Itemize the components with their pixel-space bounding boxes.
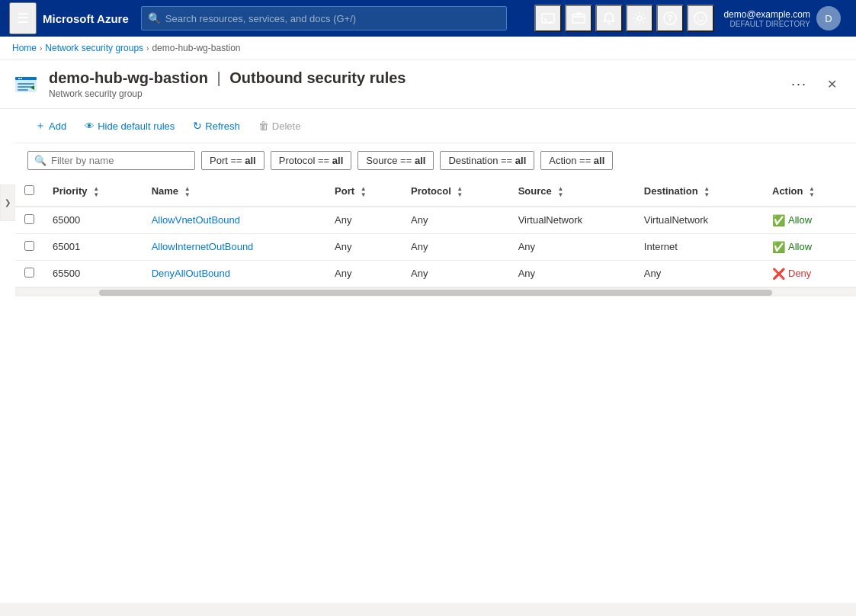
source-sort-icons: ▲▼ — [557, 186, 563, 198]
svg-rect-8 — [18, 83, 34, 85]
destination-cell: VirtualNetwork — [635, 207, 763, 234]
port-column-header[interactable]: Port ▲▼ — [325, 178, 402, 207]
source-cell: Any — [509, 260, 635, 287]
filter-by-name-input[interactable] — [51, 155, 188, 166]
title-separator: | — [216, 69, 220, 86]
user-email: demo@example.com — [723, 9, 810, 20]
row-checkbox[interactable] — [24, 268, 34, 278]
row-checkbox-cell — [15, 207, 43, 234]
table-row[interactable]: 65001 AllowInternetOutBound Any Any Any … — [15, 233, 856, 260]
table-body: 65000 AllowVnetOutBound Any Any VirtualN… — [15, 207, 856, 287]
top-navigation: ☰ Microsoft Azure 🔍 demo@example.com DEF… — [0, 0, 856, 37]
svg-point-12 — [21, 78, 22, 79]
table-row[interactable]: 65000 AllowVnetOutBound Any Any VirtualN… — [15, 207, 856, 234]
delete-button[interactable]: 🗑 Delete — [251, 116, 309, 136]
hide-default-rules-button[interactable]: 👁 Hide default rules — [77, 117, 182, 136]
delete-icon: 🗑 — [258, 120, 269, 132]
action-cell: ❌Deny — [763, 260, 856, 287]
feedback-button[interactable] — [687, 5, 714, 32]
breadcrumb-separator-2: › — [146, 44, 149, 53]
user-directory: DEFAULT DIRECTORY — [723, 20, 810, 28]
search-input[interactable] — [165, 13, 500, 24]
sidebar-toggle-button[interactable]: ❯ — [0, 184, 15, 221]
refresh-icon: ↻ — [193, 120, 202, 132]
avatar: D — [816, 6, 841, 30]
action-allow-cell: ✅Allow — [772, 214, 847, 226]
priority-cell: 65000 — [43, 207, 143, 234]
action-column-header[interactable]: Action ▲▼ — [763, 178, 856, 207]
notifications-button[interactable] — [595, 5, 623, 32]
select-all-checkbox[interactable] — [24, 185, 34, 195]
svg-point-4 — [670, 22, 672, 24]
name-cell[interactable]: AllowInternetOutBound — [143, 233, 325, 260]
table-header: Priority ▲▼ Name ▲▼ — [15, 178, 856, 207]
breadcrumb-separator-1: › — [40, 44, 42, 53]
filter-input-wrapper[interactable]: 🔍 — [27, 151, 195, 170]
page-header: demo-hub-wg-bastion | Outbound security … — [0, 60, 856, 109]
priority-column-header[interactable]: Priority ▲▼ — [43, 178, 143, 207]
scrollbar-thumb — [99, 290, 771, 296]
add-button[interactable]: ＋ Add — [27, 115, 74, 136]
port-sort-icons: ▲▼ — [361, 186, 367, 198]
breadcrumb: Home › Network security groups › demo-hu… — [0, 37, 856, 60]
port-cell: Any — [325, 233, 402, 260]
user-profile-button[interactable]: demo@example.com DEFAULT DIRECTORY D — [717, 3, 847, 34]
protocol-column-header[interactable]: Protocol ▲▼ — [402, 178, 509, 207]
hamburger-menu-button[interactable]: ☰ — [9, 2, 37, 34]
row-checkbox[interactable] — [24, 241, 34, 251]
global-search-box[interactable]: 🔍 — [141, 6, 507, 30]
destination-column-header[interactable]: Destination ▲▼ — [635, 178, 763, 207]
port-filter-tag[interactable]: Port == all — [201, 151, 264, 170]
svg-point-11 — [18, 78, 20, 79]
action-filter-tag[interactable]: Action == all — [540, 151, 613, 170]
horizontal-scrollbar[interactable] — [15, 287, 856, 297]
source-column-header[interactable]: Source ▲▼ — [509, 178, 635, 207]
rules-table: Priority ▲▼ Name ▲▼ — [15, 178, 856, 287]
breadcrumb-home[interactable]: Home — [12, 43, 37, 53]
action-cell: ✅Allow — [763, 233, 856, 260]
protocol-cell: Any — [402, 233, 509, 260]
protocol-filter-tag[interactable]: Protocol == all — [271, 151, 352, 170]
svg-point-2 — [637, 16, 642, 21]
toolbar: ＋ Add 👁 Hide default rules ↻ Refresh 🗑 D… — [15, 109, 856, 143]
svg-point-5 — [694, 12, 707, 24]
port-cell: Any — [325, 260, 402, 287]
name-sort-icons: ▲▼ — [184, 186, 191, 198]
deny-icon: ❌ — [772, 268, 785, 280]
breadcrumb-nsg[interactable]: Network security groups — [45, 43, 143, 53]
refresh-button[interactable]: ↻ Refresh — [185, 116, 248, 136]
priority-cell: 65500 — [43, 260, 143, 287]
priority-sort-icons: ▲▼ — [93, 186, 99, 198]
nsg-icon — [12, 71, 40, 98]
svg-rect-10 — [18, 89, 28, 91]
select-all-header — [15, 178, 43, 207]
name-cell[interactable]: AllowVnetOutBound — [143, 207, 325, 234]
hide-icon: 👁 — [85, 120, 95, 132]
row-checkbox-cell — [15, 260, 43, 287]
settings-button[interactable] — [626, 5, 653, 32]
table-row[interactable]: 65500 DenyAllOutBound Any Any Any Any ❌D… — [15, 260, 856, 287]
svg-rect-0 — [542, 14, 554, 23]
svg-rect-1 — [572, 14, 585, 23]
row-checkbox[interactable] — [24, 214, 34, 224]
filters-bar: 🔍 Port == all Protocol == all Source == … — [15, 143, 856, 178]
destination-filter-tag[interactable]: Destination == all — [440, 151, 534, 170]
help-button[interactable] — [656, 5, 684, 32]
name-column-header[interactable]: Name ▲▼ — [143, 178, 325, 207]
protocol-sort-icons: ▲▼ — [457, 186, 463, 198]
main-content: demo-hub-wg-bastion | Outbound security … — [0, 60, 856, 603]
port-cell: Any — [325, 207, 402, 234]
source-filter-tag[interactable]: Source == all — [357, 151, 434, 170]
topnav-icon-group: demo@example.com DEFAULT DIRECTORY D — [534, 3, 847, 34]
more-options-button[interactable]: ··· — [785, 73, 813, 95]
content-area: ❯ ＋ Add 👁 Hide default rules ↻ Refresh 🗑 — [0, 109, 856, 297]
cloud-shell-button[interactable] — [534, 5, 562, 32]
sidebar-collapse: ❯ — [0, 109, 15, 297]
directory-button[interactable] — [565, 5, 592, 32]
name-cell[interactable]: DenyAllOutBound — [143, 260, 325, 287]
allow-icon: ✅ — [772, 241, 785, 253]
close-button[interactable]: ✕ — [819, 72, 844, 97]
page-section: Outbound security rules — [229, 69, 406, 86]
rules-table-wrapper: Priority ▲▼ Name ▲▼ — [15, 178, 856, 287]
action-sort-icons: ▲▼ — [809, 186, 815, 198]
